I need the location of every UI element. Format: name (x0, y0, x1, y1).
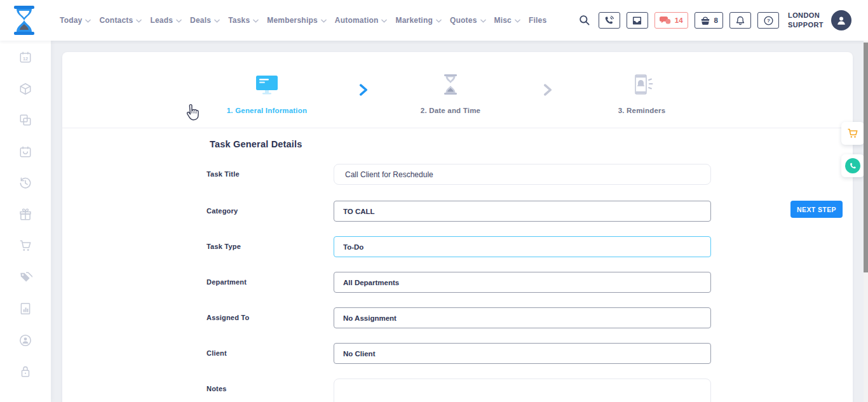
basket-button[interactable]: 8 (695, 12, 723, 29)
dialer-button[interactable] (599, 12, 620, 29)
form-title: Task General Details (210, 139, 302, 149)
task-type-select[interactable] (334, 236, 711, 257)
main-content: 1. General Information 2. Date and Time … (51, 41, 868, 402)
category-label: Category (207, 207, 238, 215)
tags-icon[interactable] (18, 271, 32, 285)
inbox-icon (632, 15, 642, 26)
chevron-right-icon (543, 84, 552, 96)
chevron-down-icon (381, 19, 387, 23)
monitor-icon (191, 71, 343, 95)
app-logo-hourglass-icon[interactable] (9, 4, 39, 36)
chat-bubbles-icon (660, 15, 672, 25)
chevron-down-icon (136, 19, 142, 23)
basket-icon (700, 15, 711, 26)
department-label: Department (207, 278, 247, 286)
chevron-down-icon (480, 19, 486, 23)
package-icon[interactable] (18, 82, 32, 96)
wizard-step-reminders[interactable]: 3. Reminders (566, 71, 718, 114)
assigned-to-select[interactable] (334, 307, 711, 328)
nav-item-quotes[interactable]: Quotes (450, 16, 486, 25)
nav-item-leads[interactable]: Leads (150, 16, 182, 25)
chevron-down-icon (436, 19, 442, 23)
wizard-step-general-information[interactable]: 1. General Information (191, 71, 343, 114)
chevron-down-icon (85, 19, 91, 23)
phone-icon (845, 158, 860, 173)
chevron-down-icon (176, 19, 182, 23)
task-title-input[interactable] (334, 164, 711, 185)
task-wizard-card: 1. General Information 2. Date and Time … (62, 52, 853, 402)
chevron-down-icon (515, 19, 520, 23)
person-icon (835, 14, 848, 27)
sidebar: 12 (0, 41, 51, 402)
nav-item-contacts[interactable]: Contacts (99, 16, 142, 25)
page-scrollbar-track[interactable] (864, 41, 868, 402)
svg-text:12: 12 (23, 57, 28, 62)
department-select[interactable] (334, 272, 711, 293)
nav-item-tasks[interactable]: Tasks (228, 16, 259, 25)
chevron-down-icon (321, 19, 327, 23)
client-select[interactable] (334, 343, 711, 364)
calendar-icon[interactable]: 12 (18, 50, 32, 64)
chevron-right-icon (359, 84, 368, 96)
help-icon: ? (763, 15, 774, 26)
floating-cart-button[interactable] (841, 122, 864, 145)
phone-volume-icon (604, 15, 614, 26)
lock-icon[interactable] (18, 365, 32, 379)
notes-label: Notes (207, 385, 227, 392)
nav-item-deals[interactable]: Deals (190, 16, 220, 25)
nav-item-marketing[interactable]: Marketing (395, 16, 441, 25)
nav-item-files[interactable]: Files (529, 16, 546, 25)
basket-count-badge: 8 (714, 17, 718, 24)
notes-textarea[interactable] (334, 379, 711, 402)
hourglass-icon (374, 71, 527, 95)
main-navigation: Today Contacts Leads Deals Tasks Members… (60, 16, 546, 25)
notifications-button[interactable] (729, 12, 751, 29)
gift-icon[interactable] (18, 208, 32, 222)
svg-text:?: ? (767, 18, 770, 23)
next-step-button[interactable]: NEXT STEP (790, 201, 843, 218)
help-button[interactable]: ? (757, 12, 779, 29)
wizard-step-date-and-time[interactable]: 2. Date and Time (374, 71, 527, 114)
report-icon[interactable] (18, 302, 32, 316)
user-avatar[interactable] (831, 10, 851, 30)
cart-icon[interactable] (18, 239, 32, 253)
chevron-down-icon (253, 19, 259, 23)
task-type-label: Task Type (207, 243, 241, 250)
category-select[interactable] (334, 201, 711, 222)
nav-item-today[interactable]: Today (60, 16, 91, 25)
page-scrollbar-thumb[interactable] (864, 43, 868, 272)
bell-icon (735, 15, 745, 26)
topbar-actions: 14 8 ? LONDON SUPPORT (578, 10, 851, 30)
copy-icon[interactable] (18, 113, 32, 127)
inbox-button[interactable] (627, 12, 648, 29)
assigned-to-label: Assigned To (207, 314, 249, 321)
cart-icon (846, 127, 859, 140)
history-icon[interactable] (18, 176, 32, 190)
topbar: Today Contacts Leads Deals Tasks Members… (0, 0, 868, 41)
wizard-steps: 1. General Information 2. Date and Time … (62, 52, 853, 128)
calendar-event-icon[interactable] (18, 145, 32, 159)
nav-item-automation[interactable]: Automation (335, 16, 388, 25)
floating-phone-button[interactable] (841, 154, 864, 177)
nav-item-misc[interactable]: Misc (494, 16, 520, 25)
chat-count-badge: 14 (675, 17, 683, 24)
nav-item-memberships[interactable]: Memberships (267, 16, 327, 25)
task-title-label: Task Title (207, 170, 240, 178)
chevron-down-icon (214, 19, 220, 23)
chat-notifications-button[interactable]: 14 (654, 12, 688, 29)
user-name: LONDON SUPPORT (788, 11, 824, 30)
user-badge-icon[interactable] (18, 333, 32, 347)
search-icon[interactable] (578, 14, 591, 27)
client-label: Client (207, 349, 227, 357)
reminder-alert-icon (566, 71, 718, 95)
